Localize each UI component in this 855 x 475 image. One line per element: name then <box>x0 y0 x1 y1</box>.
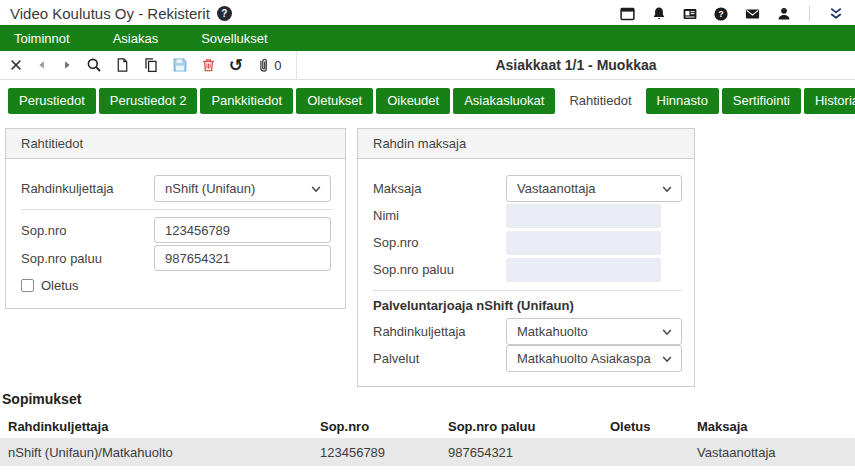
new-document-icon[interactable] <box>115 57 130 73</box>
freight-info-panel: Rahtitiedot Rahdinkuljettaja nShift (Uni… <box>5 128 346 309</box>
search-icon[interactable] <box>86 57 102 73</box>
chevron-down-icon <box>661 326 673 338</box>
tab-bar: Perustiedot Perustiedot 2 Pankkitiedot O… <box>0 80 855 114</box>
section-divider <box>373 290 682 291</box>
attachment-count: 0 <box>274 58 281 73</box>
contracts-table: Rahdinkuljettaja Sop.nro Sop.nro paluu O… <box>0 414 855 466</box>
provider-carrier-select[interactable]: Matkahuolto <box>506 318 682 345</box>
delete-icon[interactable] <box>201 57 216 73</box>
notifications-bell-icon[interactable] <box>651 6 667 22</box>
svg-text:?: ? <box>718 9 724 19</box>
default-checkbox-label: Oletus <box>41 278 79 293</box>
tab-pankkitiedot[interactable]: Pankkitiedot <box>200 88 293 114</box>
titlebar-divider <box>809 6 810 22</box>
carrier-select[interactable]: nShift (Unifaun) <box>154 175 331 202</box>
record-title: Asiakkaat 1/1 - Muokkaa <box>297 57 855 73</box>
payer-name-input-disabled <box>506 204 661 228</box>
payer-name-label: Nimi <box>373 208 506 223</box>
title-help-badge-icon[interactable]: ? <box>217 6 232 21</box>
contract-number-label: Sop.nro <box>21 223 154 238</box>
tab-rahtitiedot[interactable]: Rahtitiedot <box>558 88 642 114</box>
payer-return-contract-label: Sop.nro paluu <box>373 262 506 277</box>
col-header-carrier: Rahdinkuljettaja <box>8 419 320 434</box>
cell-payer: Vastaanottaja <box>697 445 855 460</box>
tab-perustiedot[interactable]: Perustiedot <box>8 88 96 114</box>
services-select[interactable]: Matkahuolto Asiakaspa <box>506 345 682 372</box>
cell-contract-number: 123456789 <box>320 445 448 460</box>
titlebar: Video Koulutus Oy - Rekisterit ? ? <box>0 0 855 25</box>
window-icon[interactable] <box>619 6 636 22</box>
provider-heading: Palveluntarjoaja nShift (Unifaun) <box>373 298 682 313</box>
tab-asiakasluokat[interactable]: Asiakasluokat <box>453 88 555 114</box>
row-divider <box>21 209 333 210</box>
cell-carrier: nShift (Unifaun)/Matkahuolto <box>8 445 320 460</box>
return-contract-number-label: Sop.nro paluu <box>21 251 154 266</box>
mail-icon[interactable] <box>744 6 761 22</box>
menu-toiminnot[interactable]: Toiminnot <box>14 31 70 46</box>
payer-select[interactable]: Vastaanottaja <box>506 175 682 202</box>
save-icon[interactable] <box>172 57 188 73</box>
help-icon[interactable]: ? <box>713 6 729 22</box>
return-contract-number-input[interactable]: 987654321 <box>154 245 331 271</box>
payer-contract-number-label: Sop.nro <box>373 235 506 250</box>
chevron-down-icon <box>661 353 673 365</box>
contract-table-row[interactable]: nShift (Unifaun)/Matkahuolto 123456789 9… <box>0 438 855 466</box>
copy-icon[interactable] <box>143 57 159 73</box>
carrier-label: Rahdinkuljettaja <box>21 181 154 196</box>
paperclip-icon <box>256 57 271 73</box>
prev-record-icon[interactable] <box>36 58 48 72</box>
tab-historia[interactable]: Historia <box>804 88 855 114</box>
attachments-button[interactable]: 0 <box>256 57 281 73</box>
news-card-icon[interactable] <box>682 6 698 22</box>
tab-oletukset[interactable]: Oletukset <box>296 88 373 114</box>
menu-asiakas[interactable]: Asiakas <box>113 31 159 46</box>
tab-sertifiointi[interactable]: Sertifiointi <box>722 88 801 114</box>
col-header-default: Oletus <box>610 419 697 434</box>
undo-icon[interactable]: ↺ <box>229 57 243 73</box>
contracts-title: Sopimukset <box>0 391 855 407</box>
col-header-return-number: Sop.nro paluu <box>448 419 610 434</box>
contracts-section: Sopimukset Rahdinkuljettaja Sop.nro Sop.… <box>0 391 855 466</box>
menu-sovellukset[interactable]: Sovellukset <box>201 31 267 46</box>
chevron-down-icon <box>661 183 673 195</box>
contract-number-input[interactable]: 123456789 <box>154 217 331 243</box>
freight-payer-panel: Rahdin maksaja Maksaja Vastaanottaja Nim… <box>357 128 695 387</box>
cell-return-number: 987654321 <box>448 445 610 460</box>
tab-perustiedot-2[interactable]: Perustiedot 2 <box>99 88 198 114</box>
payer-panel-title: Rahdin maksaja <box>358 129 694 159</box>
payer-return-contract-input-disabled <box>506 258 661 282</box>
payer-label: Maksaja <box>373 181 506 196</box>
provider-carrier-label: Rahdinkuljettaja <box>373 324 506 339</box>
close-icon[interactable] <box>9 58 23 72</box>
collapse-chevrons-icon[interactable] <box>827 6 845 22</box>
menubar: Toiminnot Asiakas Sovellukset <box>0 25 855 51</box>
user-icon[interactable] <box>776 6 792 22</box>
freight-panel-title: Rahtitiedot <box>6 129 345 159</box>
tab-oikeudet[interactable]: Oikeudet <box>376 88 450 114</box>
toolbar: ↺ 0 Asiakkaat 1/1 - Muokkaa <box>0 51 855 80</box>
col-header-contract-number: Sop.nro <box>320 419 448 434</box>
col-header-payer: Maksaja <box>697 419 855 434</box>
contracts-header-row: Rahdinkuljettaja Sop.nro Sop.nro paluu O… <box>0 414 855 438</box>
default-checkbox[interactable] <box>21 279 34 292</box>
tab-hinnasto[interactable]: Hinnasto <box>646 88 719 114</box>
next-record-icon[interactable] <box>61 58 73 72</box>
services-label: Palvelut <box>373 351 506 366</box>
page-title: Video Koulutus Oy - Rekisterit <box>10 5 210 22</box>
payer-contract-number-input-disabled <box>506 231 661 255</box>
chevron-down-icon <box>310 183 322 195</box>
